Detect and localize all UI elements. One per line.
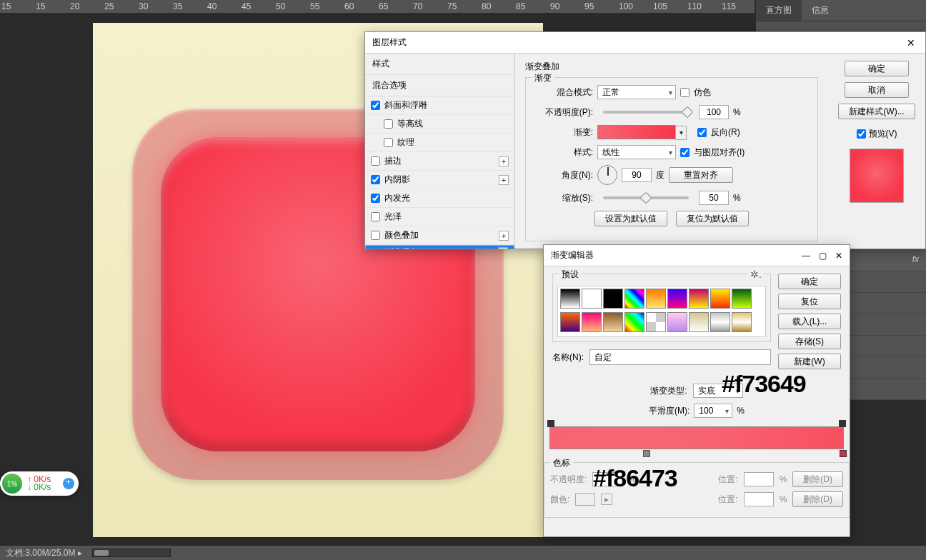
preset-swatch[interactable]	[732, 289, 752, 309]
style-row-描边[interactable]: 描边+	[365, 152, 514, 171]
style-row-渐变叠加[interactable]: 渐变叠加+	[365, 245, 514, 249]
preset-swatch[interactable]	[646, 312, 666, 332]
style-select[interactable]: 线性	[597, 145, 676, 159]
style-row-斜面和浮雕[interactable]: 斜面和浮雕	[365, 96, 514, 115]
preset-swatch[interactable]	[560, 289, 580, 309]
preset-swatch[interactable]	[710, 289, 730, 309]
cs-delete-button-1[interactable]: 删除(D)	[792, 471, 843, 487]
new-style-button[interactable]: 新建样式(W)...	[838, 104, 915, 119]
close-icon[interactable]: ✕	[904, 37, 918, 49]
cs-pos2-input	[744, 492, 774, 506]
smooth-unit: %	[737, 406, 745, 416]
tab-histogram[interactable]: 直方图	[756, 0, 802, 21]
style-checkbox[interactable]	[371, 175, 380, 184]
preset-swatch[interactable]	[667, 312, 687, 332]
ge-reset-button[interactable]: 复位	[778, 294, 841, 309]
ge-save-button[interactable]: 存储(S)	[778, 334, 841, 349]
cs-delete-button-2[interactable]: 删除(D)	[792, 491, 843, 507]
preset-swatch[interactable]	[689, 289, 709, 309]
style-checkbox[interactable]	[372, 248, 381, 249]
preset-swatch[interactable]	[732, 312, 752, 332]
blend-mode-label: 混合模式:	[534, 86, 593, 99]
style-checkbox[interactable]	[371, 212, 380, 221]
close-icon[interactable]: ✕	[835, 251, 842, 261]
opacity-slider[interactable]	[603, 111, 689, 114]
style-row-内阴影[interactable]: 内阴影+	[365, 171, 514, 189]
preset-swatch[interactable]	[624, 312, 644, 332]
ok-button[interactable]: 确定	[845, 61, 909, 76]
gradient-bar[interactable]	[549, 426, 844, 449]
scale-slider[interactable]	[603, 196, 689, 199]
style-row-内发光[interactable]: 内发光	[365, 189, 514, 208]
preset-swatch[interactable]	[646, 289, 666, 309]
annotation-hex-1: #f73649	[722, 370, 806, 398]
tab-info[interactable]: 信息	[802, 0, 839, 21]
cs-color-dropdown[interactable]: ▸	[601, 494, 612, 505]
preset-swatch[interactable]	[710, 312, 730, 332]
style-checkbox[interactable]	[384, 138, 393, 147]
angle-unit: 度	[656, 169, 664, 181]
style-checkbox[interactable]	[384, 119, 393, 129]
style-row-光泽[interactable]: 光泽	[365, 208, 514, 226]
opacity-stop-right[interactable]	[839, 420, 846, 427]
preset-label: 预设	[559, 269, 582, 281]
styles-header[interactable]: 样式	[365, 54, 514, 75]
style-checkbox[interactable]	[371, 156, 380, 166]
add-icon[interactable]	[63, 478, 74, 489]
blend-options-header[interactable]: 混合选项	[365, 75, 514, 96]
scale-input[interactable]	[699, 191, 729, 205]
gradient-swatch[interactable]	[597, 125, 676, 139]
ge-load-button[interactable]: 载入(L)...	[778, 314, 841, 329]
opacity-stop-left[interactable]	[547, 420, 554, 427]
name-input[interactable]	[589, 349, 771, 365]
ge-new-button[interactable]: 新建(W)	[778, 354, 841, 369]
style-checkbox[interactable]	[371, 194, 380, 203]
style-row-等高线[interactable]: 等高线	[365, 115, 514, 134]
reverse-checkbox[interactable]	[697, 128, 707, 137]
reset-align-button[interactable]: 重置对齐	[669, 167, 733, 183]
network-widget[interactable]: 1% ↑ 0K/s ↓ 0K/s	[0, 471, 79, 496]
right-tabs: 直方图 信息	[756, 0, 926, 21]
preset-swatch[interactable]	[582, 312, 602, 332]
preset-swatch[interactable]	[624, 289, 644, 309]
minimize-icon[interactable]: —	[802, 251, 810, 261]
preset-swatch[interactable]	[603, 289, 623, 309]
maximize-icon[interactable]: ▢	[819, 251, 827, 261]
set-default-button[interactable]: 设置为默认值	[594, 211, 667, 226]
style-checkbox[interactable]	[371, 101, 380, 110]
opacity-label: 不透明度(P):	[534, 106, 593, 119]
color-stop-mid[interactable]	[643, 450, 650, 457]
style-checkbox[interactable]	[371, 231, 380, 240]
color-stop-right[interactable]	[840, 450, 847, 457]
blend-mode-select[interactable]: 正常	[597, 85, 676, 99]
add-effect-icon[interactable]: +	[499, 156, 509, 166]
angle-dial[interactable]	[597, 165, 617, 185]
preset-swatch[interactable]	[689, 312, 709, 332]
preview-checkbox[interactable]	[857, 129, 866, 139]
opacity-input[interactable]	[699, 105, 729, 119]
add-effect-icon[interactable]: +	[499, 175, 509, 185]
cs-color-swatch[interactable]	[575, 493, 595, 506]
add-effect-icon[interactable]: +	[498, 247, 508, 249]
annotation-hex-2: #f86473	[593, 464, 677, 492]
gear-icon[interactable]: ✲.	[747, 269, 765, 280]
preset-swatch[interactable]	[667, 289, 687, 309]
style-row-纹理[interactable]: 纹理	[365, 134, 514, 152]
cs-opacity-label: 不透明度:	[550, 474, 587, 486]
scrollbar-horizontal[interactable]	[92, 549, 171, 557]
preview-label: 预览(V)	[869, 128, 897, 140]
fx-badge[interactable]: fx	[912, 254, 919, 266]
angle-input[interactable]	[622, 168, 652, 182]
ge-ok-button[interactable]: 确定	[778, 274, 841, 289]
preset-swatch[interactable]	[560, 312, 580, 332]
preset-swatch[interactable]	[603, 312, 623, 332]
grad-type-label: 渐变类型:	[650, 385, 687, 397]
dither-checkbox[interactable]	[680, 88, 689, 97]
align-checkbox[interactable]	[680, 148, 689, 157]
style-row-颜色叠加[interactable]: 颜色叠加+	[365, 226, 514, 245]
add-effect-icon[interactable]: +	[499, 231, 509, 241]
reset-default-button[interactable]: 复位为默认值	[676, 211, 749, 226]
preset-swatch[interactable]	[582, 289, 602, 309]
smooth-select[interactable]: 100	[694, 404, 732, 418]
cancel-button[interactable]: 取消	[845, 82, 909, 98]
